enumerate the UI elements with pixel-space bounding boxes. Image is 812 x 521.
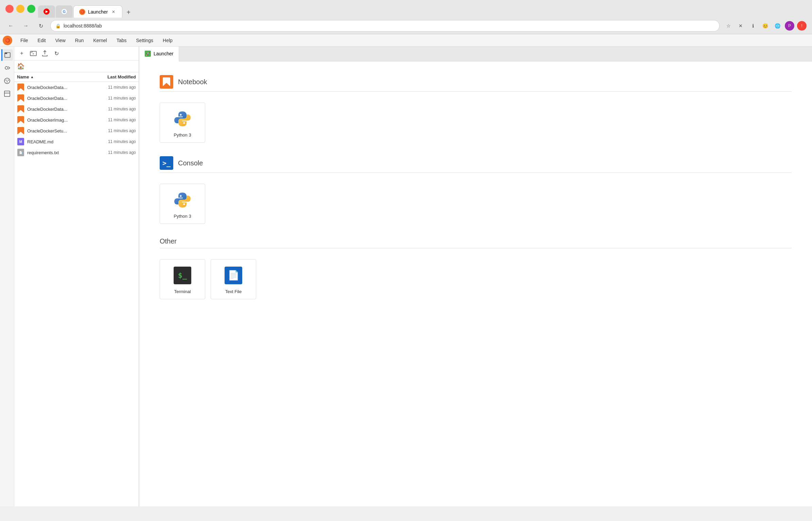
notification-icon[interactable]: ! [797, 21, 807, 31]
new-tab-button[interactable]: + [123, 7, 134, 18]
file-modified: 11 minutes ago [88, 150, 136, 155]
other-divider [160, 248, 792, 248]
maximize-button[interactable] [27, 5, 35, 13]
ext4-icon[interactable]: 🌐 [773, 21, 782, 31]
python3-console-label: Python 3 [174, 214, 191, 219]
home-icon[interactable]: 🏠 [17, 62, 24, 70]
back-button[interactable]: ← [5, 20, 16, 31]
list-item[interactable]: OracleDockerData... 11 minutes ago [14, 82, 139, 93]
sidebar-icon-files[interactable] [1, 49, 13, 61]
menu-kernel[interactable]: Kernel [89, 36, 111, 44]
terminal-label: Terminal [174, 289, 191, 294]
profile-icon[interactable]: P [785, 21, 794, 31]
file-name: OracleDockerData... [27, 96, 88, 101]
console-section-icon: >_ [160, 156, 173, 170]
list-item[interactable]: OracleDockerData... 11 minutes ago [14, 104, 139, 114]
textfile-card[interactable]: 📄 Text File [211, 259, 256, 299]
close-button[interactable] [5, 5, 14, 13]
file-name: OracleDockerData... [27, 107, 88, 112]
forward-button[interactable]: → [20, 20, 31, 31]
python3-console-card[interactable]: Python 3 [160, 184, 205, 224]
sidebar-icon-palette[interactable] [1, 75, 13, 87]
browser-tab-google[interactable]: G [56, 5, 73, 18]
notebook-file-icon [17, 84, 24, 91]
url-bar[interactable]: 🔒 localhost:8888/lab [50, 20, 720, 32]
python3-notebook-label: Python 3 [174, 132, 191, 138]
address-bar: ← → ↻ 🔒 localhost:8888/lab ☆ ✕ ℹ 😊 🌐 P ! [0, 18, 812, 34]
console-cards: Python 3 [160, 184, 792, 224]
file-modified: 11 minutes ago [88, 118, 136, 122]
list-item[interactable]: OracleDockerSetu... 11 minutes ago [14, 125, 139, 136]
sidebar-icon-running[interactable] [1, 62, 13, 74]
terminal-card[interactable]: $_ Terminal [160, 259, 205, 299]
menu-view[interactable]: View [51, 36, 70, 44]
svg-text:+: + [32, 52, 34, 56]
list-item[interactable]: 📄 requirements.txt 11 minutes ago [14, 147, 139, 158]
sidebar-icon-tabs[interactable] [1, 88, 13, 100]
ext3-icon[interactable]: 😊 [760, 21, 770, 31]
menu-edit[interactable]: Edit [34, 36, 50, 44]
notebook-file-icon [17, 127, 24, 134]
jupyterlab-app: ⭕ File Edit View Run Kernel Tabs Setting… [0, 34, 812, 506]
menu-help[interactable]: Help [159, 36, 177, 44]
list-item[interactable]: OracleDockerData... 11 minutes ago [14, 93, 139, 104]
file-name: README.md [27, 139, 88, 144]
refresh-button[interactable]: ↻ [35, 20, 46, 31]
new-folder-button[interactable]: + [29, 49, 38, 58]
col-modified-label: Last Modified [107, 74, 136, 79]
jupyter-favicon: ⭕ [79, 9, 85, 15]
svg-point-4 [5, 80, 6, 81]
tab-bar: 🚀 Launcher [139, 47, 812, 61]
notebook-section-header: Notebook [160, 75, 792, 89]
terminal-icon: $_ [172, 265, 193, 286]
other-cards: $_ Terminal 📄 Text File [160, 259, 792, 299]
svg-point-14 [183, 203, 185, 205]
bookmark-icon[interactable]: ☆ [724, 21, 733, 31]
notebook-cards: Python 3 [160, 103, 792, 143]
console-section: >_ Console [160, 156, 792, 224]
python-console-logo-icon [172, 189, 193, 211]
svg-point-6 [6, 82, 7, 83]
file-list-header: Name ▲ Last Modified [14, 72, 139, 82]
col-name-label: Name [17, 74, 29, 79]
browser-tab-youtube[interactable]: ▶ [38, 5, 55, 18]
minimize-button[interactable] [16, 5, 24, 13]
python-logo-icon [172, 108, 193, 130]
svg-point-5 [7, 80, 8, 81]
menu-file[interactable]: File [16, 36, 32, 44]
console-divider [160, 173, 792, 173]
file-toolbar: + + ↻ [14, 47, 139, 60]
textfile-icon: 📄 [223, 265, 244, 286]
python3-notebook-card[interactable]: Python 3 [160, 103, 205, 143]
col-modified-header[interactable]: Last Modified [88, 74, 136, 79]
launcher-content: Notebook [139, 61, 812, 506]
ext2-icon[interactable]: ℹ [748, 21, 758, 31]
youtube-favicon: ▶ [43, 8, 50, 15]
menu-bar: ⭕ File Edit View Run Kernel Tabs Setting… [0, 34, 812, 47]
menu-run[interactable]: Run [71, 36, 88, 44]
svg-point-12 [183, 122, 185, 124]
col-name-header[interactable]: Name ▲ [17, 74, 88, 79]
list-item[interactable]: M README.md 11 minutes ago [14, 136, 139, 147]
breadcrumb: 🏠 [14, 60, 139, 72]
text-file-icon: 📄 [17, 149, 24, 156]
notebook-section-icon [160, 75, 173, 89]
sidebar-icons [0, 47, 14, 506]
tab-close-button[interactable]: ✕ [110, 9, 117, 15]
tab-launcher-label: Launcher [154, 51, 173, 56]
menu-settings[interactable]: Settings [132, 36, 158, 44]
lock-icon: 🔒 [55, 23, 61, 29]
new-launcher-button[interactable]: + [17, 49, 27, 58]
file-name: OracleDockerSetu... [27, 128, 88, 133]
browser-tab-jupyter[interactable]: ⭕ Launcher ✕ [73, 5, 122, 18]
tab-launcher[interactable]: 🚀 Launcher [139, 47, 179, 61]
console-section-header: >_ Console [160, 156, 792, 170]
svg-rect-1 [5, 53, 7, 54]
main-area: + + ↻ 🏠 Name ▲ Last Modifie [0, 47, 812, 506]
upload-button[interactable] [40, 49, 50, 58]
tab-label: Launcher [88, 9, 108, 15]
refresh-file-list-button[interactable]: ↻ [52, 49, 61, 58]
ext1-icon[interactable]: ✕ [736, 21, 745, 31]
menu-tabs[interactable]: Tabs [112, 36, 131, 44]
list-item[interactable]: OracleDockerImag... 11 minutes ago [14, 114, 139, 125]
